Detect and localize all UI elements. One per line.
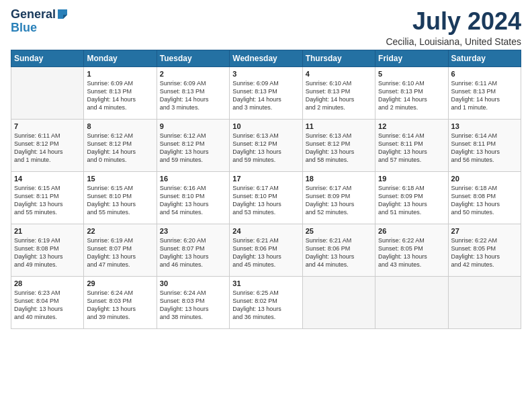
- day-cell: 26Sunrise: 6:22 AMSunset: 8:05 PMDayligh…: [375, 224, 448, 276]
- day-number: 24: [232, 227, 299, 235]
- week-row-4: 21Sunrise: 6:19 AMSunset: 8:08 PMDayligh…: [11, 224, 521, 276]
- col-header-tuesday: Tuesday: [157, 50, 229, 66]
- day-info: Sunrise: 6:18 AMSunset: 8:09 PMDaylight:…: [378, 184, 445, 217]
- col-header-friday: Friday: [375, 50, 448, 66]
- week-row-2: 7Sunrise: 6:11 AMSunset: 8:12 PMDaylight…: [11, 119, 521, 171]
- day-info: Sunrise: 6:15 AMSunset: 8:11 PMDaylight:…: [14, 184, 81, 217]
- day-info: Sunrise: 6:12 AMSunset: 8:12 PMDaylight:…: [160, 132, 226, 165]
- day-cell: 22Sunrise: 6:19 AMSunset: 8:07 PMDayligh…: [84, 224, 157, 276]
- day-cell: 20Sunrise: 6:18 AMSunset: 8:08 PMDayligh…: [448, 171, 521, 224]
- day-info: Sunrise: 6:10 AMSunset: 8:13 PMDaylight:…: [306, 79, 372, 112]
- day-cell: 11Sunrise: 6:13 AMSunset: 8:12 PMDayligh…: [302, 119, 375, 171]
- week-row-3: 14Sunrise: 6:15 AMSunset: 8:11 PMDayligh…: [11, 171, 521, 224]
- day-number: 29: [87, 279, 153, 287]
- day-cell: 5Sunrise: 6:10 AMSunset: 8:13 PMDaylight…: [375, 66, 448, 119]
- day-cell: 31Sunrise: 6:25 AMSunset: 8:02 PMDayligh…: [230, 276, 302, 328]
- col-header-monday: Monday: [84, 50, 157, 66]
- day-info: Sunrise: 6:20 AMSunset: 8:07 PMDaylight:…: [160, 236, 226, 269]
- day-info: Sunrise: 6:14 AMSunset: 8:11 PMDaylight:…: [451, 132, 518, 165]
- day-info: Sunrise: 6:24 AMSunset: 8:03 PMDaylight:…: [87, 289, 153, 322]
- day-cell: 4Sunrise: 6:10 AMSunset: 8:13 PMDaylight…: [302, 66, 375, 119]
- header: General Blue July 2024 Cecilia, Louisian…: [11, 8, 521, 47]
- day-number: 19: [378, 175, 445, 183]
- day-info: Sunrise: 6:11 AMSunset: 8:13 PMDaylight:…: [451, 79, 518, 112]
- day-info: Sunrise: 6:13 AMSunset: 8:12 PMDaylight:…: [306, 132, 372, 165]
- day-cell: 18Sunrise: 6:17 AMSunset: 8:09 PMDayligh…: [302, 171, 375, 224]
- svg-marker-0: [58, 9, 67, 19]
- day-cell: 25Sunrise: 6:21 AMSunset: 8:06 PMDayligh…: [302, 224, 375, 276]
- day-number: 7: [14, 122, 81, 130]
- day-number: 2: [160, 70, 226, 78]
- day-number: 15: [87, 175, 153, 183]
- day-number: 3: [232, 70, 299, 78]
- day-number: 21: [14, 227, 81, 235]
- day-cell: 30Sunrise: 6:24 AMSunset: 8:03 PMDayligh…: [157, 276, 229, 328]
- logo-general-text: General: [11, 8, 56, 21]
- col-header-wednesday: Wednesday: [230, 50, 302, 66]
- day-info: Sunrise: 6:19 AMSunset: 8:07 PMDaylight:…: [87, 236, 153, 269]
- day-number: 12: [378, 122, 445, 130]
- day-cell: 3Sunrise: 6:09 AMSunset: 8:13 PMDaylight…: [230, 66, 302, 119]
- day-cell: 29Sunrise: 6:24 AMSunset: 8:03 PMDayligh…: [84, 276, 157, 328]
- day-number: 20: [451, 175, 518, 183]
- day-info: Sunrise: 6:23 AMSunset: 8:04 PMDaylight:…: [14, 289, 81, 322]
- day-info: Sunrise: 6:09 AMSunset: 8:13 PMDaylight:…: [160, 79, 226, 112]
- day-cell: 9Sunrise: 6:12 AMSunset: 8:12 PMDaylight…: [157, 119, 229, 171]
- day-number: 14: [14, 175, 81, 183]
- week-row-5: 28Sunrise: 6:23 AMSunset: 8:04 PMDayligh…: [11, 276, 521, 328]
- col-header-thursday: Thursday: [302, 50, 375, 66]
- day-number: 1: [87, 70, 153, 78]
- day-info: Sunrise: 6:22 AMSunset: 8:05 PMDaylight:…: [378, 236, 445, 269]
- day-info: Sunrise: 6:17 AMSunset: 8:10 PMDaylight:…: [232, 184, 299, 217]
- day-cell: 7Sunrise: 6:11 AMSunset: 8:12 PMDaylight…: [11, 119, 84, 171]
- day-number: 31: [232, 279, 299, 287]
- day-info: Sunrise: 6:11 AMSunset: 8:12 PMDaylight:…: [14, 132, 81, 165]
- day-cell: 17Sunrise: 6:17 AMSunset: 8:10 PMDayligh…: [230, 171, 302, 224]
- month-title: July 2024: [386, 8, 521, 35]
- day-number: 11: [306, 122, 372, 130]
- day-number: 8: [87, 122, 153, 130]
- logo: General Blue: [11, 8, 69, 35]
- day-info: Sunrise: 6:10 AMSunset: 8:13 PMDaylight:…: [378, 79, 445, 112]
- week-row-1: 1Sunrise: 6:09 AMSunset: 8:13 PMDaylight…: [11, 66, 521, 119]
- day-number: 28: [14, 279, 81, 287]
- day-number: 27: [451, 227, 518, 235]
- day-number: 13: [451, 122, 518, 130]
- day-info: Sunrise: 6:18 AMSunset: 8:08 PMDaylight:…: [451, 184, 518, 217]
- col-header-sunday: Sunday: [11, 50, 84, 66]
- day-cell: 8Sunrise: 6:12 AMSunset: 8:12 PMDaylight…: [84, 119, 157, 171]
- day-number: 25: [306, 227, 372, 235]
- day-cell: [448, 276, 521, 328]
- day-info: Sunrise: 6:16 AMSunset: 8:10 PMDaylight:…: [160, 184, 226, 217]
- day-info: Sunrise: 6:21 AMSunset: 8:06 PMDaylight:…: [306, 236, 372, 269]
- day-info: Sunrise: 6:09 AMSunset: 8:13 PMDaylight:…: [232, 79, 299, 112]
- day-info: Sunrise: 6:12 AMSunset: 8:12 PMDaylight:…: [87, 132, 153, 165]
- day-number: 26: [378, 227, 445, 235]
- day-cell: 27Sunrise: 6:22 AMSunset: 8:05 PMDayligh…: [448, 224, 521, 276]
- day-info: Sunrise: 6:09 AMSunset: 8:13 PMDaylight:…: [87, 79, 153, 112]
- day-cell: 19Sunrise: 6:18 AMSunset: 8:09 PMDayligh…: [375, 171, 448, 224]
- day-cell: 14Sunrise: 6:15 AMSunset: 8:11 PMDayligh…: [11, 171, 84, 224]
- day-cell: [11, 66, 84, 119]
- day-cell: 16Sunrise: 6:16 AMSunset: 8:10 PMDayligh…: [157, 171, 229, 224]
- day-number: 16: [160, 175, 226, 183]
- day-number: 30: [160, 279, 226, 287]
- day-number: 5: [378, 70, 445, 78]
- logo-blue-text: Blue: [11, 21, 37, 35]
- day-cell: 21Sunrise: 6:19 AMSunset: 8:08 PMDayligh…: [11, 224, 84, 276]
- day-info: Sunrise: 6:21 AMSunset: 8:06 PMDaylight:…: [232, 236, 299, 269]
- day-cell: 1Sunrise: 6:09 AMSunset: 8:13 PMDaylight…: [84, 66, 157, 119]
- logo-icon: [56, 8, 69, 20]
- day-number: 9: [160, 122, 226, 130]
- title-block: July 2024 Cecilia, Louisiana, United Sta…: [386, 8, 521, 47]
- day-cell: 15Sunrise: 6:15 AMSunset: 8:10 PMDayligh…: [84, 171, 157, 224]
- day-info: Sunrise: 6:22 AMSunset: 8:05 PMDaylight:…: [451, 236, 518, 269]
- day-info: Sunrise: 6:24 AMSunset: 8:03 PMDaylight:…: [160, 289, 226, 322]
- day-info: Sunrise: 6:15 AMSunset: 8:10 PMDaylight:…: [87, 184, 153, 217]
- day-cell: 6Sunrise: 6:11 AMSunset: 8:13 PMDaylight…: [448, 66, 521, 119]
- day-number: 18: [306, 175, 372, 183]
- day-cell: 24Sunrise: 6:21 AMSunset: 8:06 PMDayligh…: [230, 224, 302, 276]
- day-cell: 10Sunrise: 6:13 AMSunset: 8:12 PMDayligh…: [230, 119, 302, 171]
- day-info: Sunrise: 6:14 AMSunset: 8:11 PMDaylight:…: [378, 132, 445, 165]
- day-number: 6: [451, 70, 518, 78]
